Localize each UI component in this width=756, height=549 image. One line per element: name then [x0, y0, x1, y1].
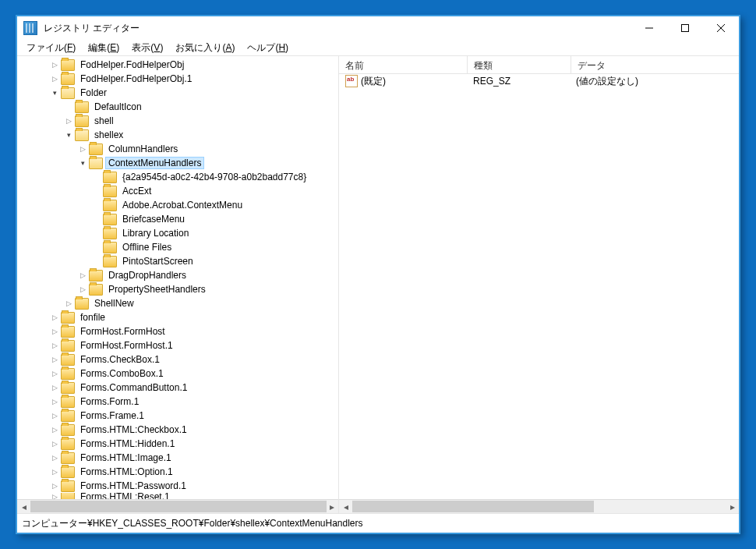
menu-edit[interactable]: 編集(E) [82, 40, 125, 56]
chevron-right-icon[interactable] [48, 313, 61, 321]
values-list[interactable]: (既定)REG_SZ(値の設定なし) [339, 74, 739, 499]
folder-icon [61, 59, 75, 71]
chevron-right-icon[interactable] [48, 468, 61, 476]
chevron-right-icon[interactable] [48, 370, 61, 377]
column-data[interactable]: データ [571, 56, 739, 73]
tree-node-label: Forms.HTML:Option.1 [78, 466, 175, 477]
chevron-right-icon[interactable] [48, 384, 61, 391]
tree-node[interactable]: fonfile [17, 310, 338, 324]
maximize-button[interactable] [667, 16, 703, 40]
titlebar[interactable]: レジストリ エディター [17, 16, 739, 40]
status-path: コンピューター¥HKEY_CLASSES_ROOT¥Folder¥shellex… [22, 517, 363, 530]
chevron-right-icon[interactable] [48, 398, 61, 406]
close-button[interactable] [703, 16, 739, 40]
scroll-right-icon[interactable]: ▸ [325, 500, 338, 513]
tree-node[interactable]: ColumnHandlers [17, 142, 338, 156]
tree-node[interactable]: Forms.CheckBox.1 [17, 352, 338, 367]
scroll-left-icon[interactable]: ◂ [339, 500, 352, 513]
tree-node[interactable]: ShellNew [17, 296, 338, 310]
menu-view[interactable]: 表示(V) [125, 40, 169, 56]
menu-file[interactable]: ファイル(F) [20, 40, 82, 56]
chevron-right-icon[interactable] [48, 75, 61, 83]
tree-node-label: Forms.CheckBox.1 [78, 354, 162, 365]
folder-icon [61, 396, 75, 408]
scroll-right-icon[interactable]: ▸ [726, 500, 739, 513]
chevron-right-icon[interactable] [76, 145, 89, 153]
menu-favorites[interactable]: お気に入り(A) [169, 40, 241, 56]
list-scrollbar-horizontal[interactable]: ◂ ▸ [339, 499, 739, 513]
scroll-left-icon[interactable]: ◂ [17, 500, 30, 513]
tree-node[interactable]: ContextMenuHandlers [17, 156, 338, 170]
chevron-down-icon[interactable] [76, 159, 89, 167]
tree-node[interactable]: {a2a9545d-a0c2-42b4-9708-a0b2badd77c8} [17, 170, 338, 184]
chevron-right-icon[interactable] [62, 117, 75, 125]
tree-node[interactable]: Forms.CommandButton.1 [17, 381, 338, 395]
tree-node[interactable]: DragDropHandlers [17, 268, 338, 282]
chevron-right-icon[interactable] [48, 482, 61, 490]
folder-icon [103, 214, 117, 225]
chevron-right-icon[interactable] [48, 454, 61, 462]
tree-node[interactable]: PintoStartScreen [17, 254, 338, 268]
registry-tree[interactable]: FodHelper.FodHelperObjFodHelper.FodHelpe… [17, 56, 338, 499]
folder-icon [61, 382, 75, 394]
tree-scrollbar-horizontal[interactable]: ◂ ▸ [17, 499, 338, 513]
chevron-right-icon[interactable] [62, 299, 75, 307]
tree-node[interactable]: Forms.Form.1 [17, 395, 338, 409]
chevron-right-icon[interactable] [48, 412, 61, 420]
column-name[interactable]: 名前 [339, 56, 468, 73]
tree-node[interactable]: Forms.HTML:Option.1 [17, 465, 338, 479]
tree-node[interactable]: shellex [17, 128, 338, 142]
tree-node[interactable]: Forms.HTML:Image.1 [17, 451, 338, 465]
tree-node[interactable]: Forms.HTML:Password.1 [17, 479, 338, 493]
chevron-down-icon[interactable] [48, 89, 61, 97]
tree-node-label: Forms.CommandButton.1 [78, 382, 189, 393]
tree-node[interactable]: BriefcaseMenu [17, 212, 338, 226]
window-controls [631, 16, 739, 40]
tree-node[interactable]: AccExt [17, 184, 338, 198]
chevron-right-icon[interactable] [48, 342, 61, 349]
chevron-right-icon[interactable] [48, 356, 61, 363]
tree-node[interactable]: Forms.Frame.1 [17, 409, 338, 423]
tree-node[interactable]: FormHost.FormHost [17, 324, 338, 338]
tree-node[interactable]: Library Location [17, 226, 338, 240]
tree-node-label: {a2a9545d-a0c2-42b4-9708-a0b2badd77c8} [120, 172, 309, 182]
tree-node[interactable]: FormHost.FormHost.1 [17, 338, 338, 352]
tree-node[interactable]: Forms.HTML:Hidden.1 [17, 437, 338, 451]
tree-node-label: ShellNew [92, 298, 136, 309]
chevron-right-icon[interactable] [48, 493, 61, 499]
chevron-right-icon[interactable] [48, 61, 61, 69]
chevron-right-icon[interactable] [48, 328, 61, 335]
tree-node-label: PropertySheetHandlers [106, 284, 208, 295]
column-type[interactable]: 種類 [468, 56, 571, 73]
tree-node[interactable]: Adobe.Acrobat.ContextMenu [17, 198, 338, 212]
tree-node[interactable]: FodHelper.FodHelperObj [17, 58, 338, 72]
chevron-down-icon[interactable] [62, 131, 75, 139]
menu-help[interactable]: ヘルプ(H) [241, 40, 295, 56]
minimize-button[interactable] [631, 16, 667, 40]
tree-node-label: shellex [92, 129, 125, 140]
tree-node[interactable]: Forms.ComboBox.1 [17, 367, 338, 381]
tree-node[interactable]: Offline Files [17, 240, 338, 254]
scroll-thumb[interactable] [352, 501, 594, 512]
tree-pane: FodHelper.FodHelperObjFodHelper.FodHelpe… [17, 56, 339, 513]
chevron-right-icon[interactable] [76, 285, 89, 293]
tree-node[interactable]: Forms.HTML:Reset.1 [17, 493, 338, 499]
tree-node-label: BriefcaseMenu [120, 214, 187, 225]
statusbar: コンピューター¥HKEY_CLASSES_ROOT¥Folder¥shellex… [17, 513, 739, 533]
chevron-right-icon[interactable] [76, 271, 89, 279]
chevron-right-icon[interactable] [48, 440, 61, 448]
value-row[interactable]: (既定)REG_SZ(値の設定なし) [339, 74, 739, 88]
tree-node[interactable]: Folder [17, 86, 338, 100]
folder-icon [61, 340, 75, 352]
scroll-thumb[interactable] [30, 501, 327, 512]
tree-node-label: FodHelper.FodHelperObj [78, 59, 186, 70]
tree-node-label: DefaultIcon [92, 101, 144, 112]
chevron-right-icon[interactable] [48, 426, 61, 434]
tree-node[interactable]: DefaultIcon [17, 100, 338, 114]
tree-node-label: Forms.Frame.1 [78, 410, 147, 421]
tree-node[interactable]: FodHelper.FodHelperObj.1 [17, 72, 338, 86]
tree-node[interactable]: PropertySheetHandlers [17, 282, 338, 296]
folder-icon [75, 298, 89, 310]
tree-node[interactable]: Forms.HTML:Checkbox.1 [17, 423, 338, 437]
tree-node[interactable]: shell [17, 114, 338, 128]
